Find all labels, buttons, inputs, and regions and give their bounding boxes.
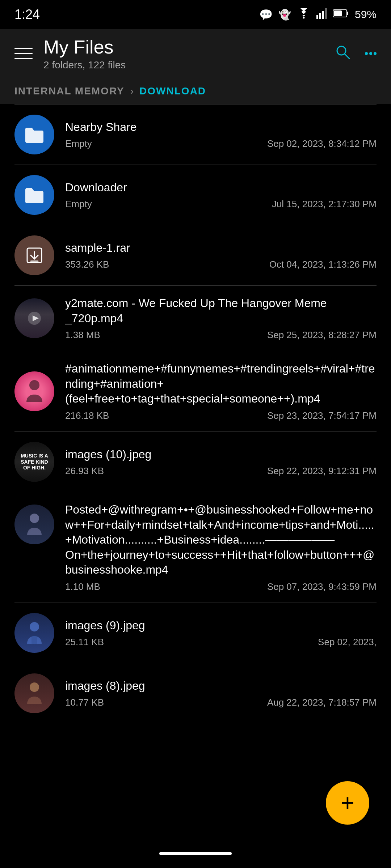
file-meta: 25.11 KB Sep 02, 2023,	[65, 637, 377, 648]
app-header: My Files 2 folders, 122 files	[0, 29, 391, 78]
page-subtitle: 2 folders, 122 files	[43, 59, 324, 71]
file-size: 10.77 KB	[65, 697, 104, 708]
file-meta: 353.26 KB Oct 04, 2023, 1:13:26 PM	[65, 259, 377, 270]
svg-point-16	[30, 514, 39, 523]
svg-point-0	[303, 17, 304, 18]
list-item[interactable]: Nearby Share Empty Sep 02, 2023, 8:34:12…	[0, 105, 391, 165]
file-name: images (10).jpeg	[65, 447, 377, 462]
svg-rect-2	[319, 13, 321, 19]
image-thumbnail: MUSIC IS A SAFE KIND OF HIGH.	[14, 442, 54, 482]
file-meta: 10.77 KB Aug 22, 2023, 7:18:57 PM	[65, 697, 377, 708]
video-thumbnail	[14, 505, 54, 544]
file-size: 25.11 KB	[65, 637, 104, 648]
battery-icon	[333, 8, 349, 21]
breadcrumb-current[interactable]: DOWNLOAD	[139, 85, 206, 97]
more-dot	[374, 52, 377, 55]
file-size: 216.18 KB	[65, 410, 109, 421]
wifi-icon	[297, 8, 311, 21]
menu-button[interactable]	[14, 44, 33, 63]
file-date: Jul 15, 2023, 2:17:30 PM	[272, 199, 377, 210]
file-date: Sep 07, 2023, 9:43:59 PM	[267, 581, 377, 592]
rar-icon	[14, 235, 54, 275]
search-button[interactable]	[335, 44, 350, 63]
file-info: sample-1.rar 353.26 KB Oct 04, 2023, 1:1…	[65, 241, 377, 271]
hamburger-line	[14, 53, 33, 54]
svg-point-15	[29, 380, 39, 390]
file-meta: Empty Sep 02, 2023, 8:34:12 PM	[65, 138, 377, 149]
ghost-icon: 👻	[278, 9, 291, 21]
file-date: Sep 02, 2023,	[318, 637, 377, 648]
file-size: Empty	[65, 138, 92, 149]
header-actions	[335, 44, 377, 63]
list-item[interactable]: images (9).jpeg 25.11 KB Sep 02, 2023,	[0, 603, 391, 663]
file-list: Nearby Share Empty Sep 02, 2023, 8:34:12…	[0, 105, 391, 723]
file-size: 1.38 MB	[65, 329, 100, 341]
file-name: y2mate.com - We Fucked Up The Hangover M…	[65, 296, 377, 326]
svg-rect-6	[347, 12, 348, 15]
file-name: images (9).jpeg	[65, 618, 377, 633]
battery-text: 59%	[355, 8, 377, 21]
folder-icon	[14, 115, 54, 154]
svg-point-17	[30, 622, 39, 631]
add-fab-button[interactable]: +	[326, 781, 369, 825]
file-meta: 1.10 MB Sep 07, 2023, 9:43:59 PM	[65, 581, 377, 592]
file-meta: 216.18 KB Sep 23, 2023, 7:54:17 PM	[65, 410, 377, 421]
file-date: Sep 22, 2023, 9:12:31 PM	[267, 465, 377, 477]
svg-rect-4	[325, 8, 327, 19]
list-item[interactable]: Downloader Empty Jul 15, 2023, 2:17:30 P…	[0, 165, 391, 225]
file-date: Oct 04, 2023, 1:13:26 PM	[269, 259, 377, 270]
breadcrumb: INTERNAL MEMORY › DOWNLOAD	[0, 78, 391, 104]
svg-line-9	[345, 54, 349, 59]
svg-rect-7	[334, 10, 342, 16]
file-size: Empty	[65, 199, 92, 210]
file-name: Posted+@withregram+•+@businesshooked+Fol…	[65, 502, 377, 578]
file-size: 1.10 MB	[65, 581, 100, 592]
file-info: images (8).jpeg 10.77 KB Aug 22, 2023, 7…	[65, 678, 377, 709]
file-date: Sep 23, 2023, 7:54:17 PM	[267, 410, 377, 421]
svg-rect-18	[31, 636, 37, 644]
more-dot	[365, 52, 368, 55]
home-indicator	[159, 852, 232, 855]
file-info: Posted+@withregram+•+@businesshooked+Fol…	[65, 502, 377, 592]
file-meta: 26.93 KB Sep 22, 2023, 9:12:31 PM	[65, 465, 377, 477]
file-meta: Empty Jul 15, 2023, 2:17:30 PM	[65, 199, 377, 210]
list-item[interactable]: Posted+@withregram+•+@businesshooked+Fol…	[0, 492, 391, 603]
hamburger-line	[14, 58, 33, 59]
status-icons: 💬 👻	[259, 8, 377, 21]
video-thumbnail	[14, 298, 54, 338]
video-thumbnail	[14, 371, 54, 411]
file-info: Downloader Empty Jul 15, 2023, 2:17:30 P…	[65, 180, 377, 210]
plus-icon: +	[341, 791, 354, 814]
list-item[interactable]: y2mate.com - We Fucked Up The Hangover M…	[0, 286, 391, 351]
file-name: images (8).jpeg	[65, 678, 377, 694]
file-date: Sep 02, 2023, 8:34:12 PM	[267, 138, 377, 149]
file-size: 353.26 KB	[65, 259, 109, 270]
file-date: Aug 22, 2023, 7:18:57 PM	[267, 697, 377, 708]
file-name: Downloader	[65, 180, 377, 195]
status-time: 1:24	[14, 7, 40, 22]
file-info: y2mate.com - We Fucked Up The Hangover M…	[65, 296, 377, 341]
file-meta: 1.38 MB Sep 25, 2023, 8:28:27 PM	[65, 329, 377, 341]
more-options-button[interactable]	[365, 52, 377, 55]
list-item[interactable]: sample-1.rar 353.26 KB Oct 04, 2023, 1:1…	[0, 225, 391, 285]
file-info: #animationmeme+#funnymemes+#trendingreel…	[65, 361, 377, 421]
image-thumbnail	[14, 673, 54, 713]
file-info: images (9).jpeg 25.11 KB Sep 02, 2023,	[65, 618, 377, 648]
more-dot	[369, 52, 372, 55]
whatsapp-icon: 💬	[259, 8, 273, 21]
file-name: Nearby Share	[65, 120, 377, 135]
page-title: My Files	[43, 36, 324, 58]
file-date: Sep 25, 2023, 8:28:27 PM	[267, 329, 377, 341]
list-item[interactable]: #animationmeme+#funnymemes+#trendingreel…	[0, 351, 391, 431]
hamburger-line	[14, 48, 33, 49]
breadcrumb-parent[interactable]: INTERNAL MEMORY	[14, 85, 125, 97]
list-item[interactable]: MUSIC IS A SAFE KIND OF HIGH. images (10…	[0, 432, 391, 492]
breadcrumb-chevron-icon: ›	[130, 85, 134, 97]
bottom-navigation-bar	[0, 839, 391, 868]
svg-rect-1	[316, 15, 318, 19]
list-item[interactable]: images (8).jpeg 10.77 KB Aug 22, 2023, 7…	[0, 663, 391, 723]
file-info: Nearby Share Empty Sep 02, 2023, 8:34:12…	[65, 120, 377, 150]
signal-icon	[316, 8, 327, 21]
file-name: sample-1.rar	[65, 241, 377, 256]
file-size: 26.93 KB	[65, 465, 104, 477]
